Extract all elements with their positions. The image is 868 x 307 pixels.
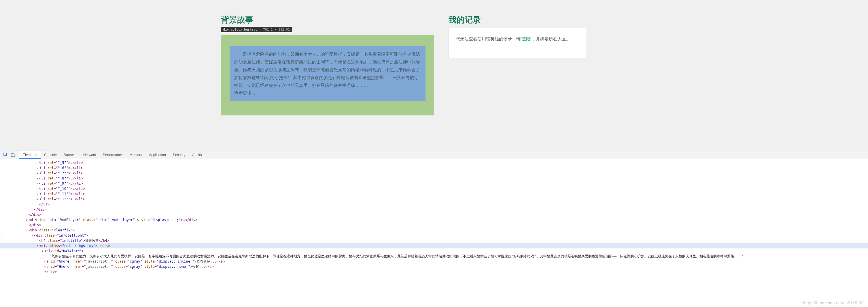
my-record-title: 我的记录: [448, 15, 587, 25]
dom-node-line[interactable]: </div>: [0, 269, 868, 274]
lore-text-block: 既拥有危险夺命的能力，又拥有小大人儿的可爱模样，安妮是一名掌握着深不可测的占火魔…: [229, 46, 426, 101]
login-link[interactable]: [登陆]: [521, 36, 531, 41]
expand-arrow-icon[interactable]: ▸: [36, 196, 39, 202]
bgstory-column: 背景故事 div.colbox.bgstroy 781.2 × 192.62 既…: [221, 15, 434, 115]
expand-arrow-icon[interactable]: ▸: [36, 160, 39, 165]
dom-node-line[interactable]: ▾<div class="infoleftcont">: [0, 233, 868, 238]
expand-arrow-icon[interactable]: ▾: [36, 243, 39, 248]
expand-arrow-icon[interactable]: ▸: [36, 176, 39, 181]
tab-security[interactable]: Security: [169, 151, 189, 159]
expand-arrow-icon[interactable]: ▸: [36, 181, 39, 186]
dom-node-line[interactable]: ▸<li rel=""_9"">…</li>: [0, 181, 868, 186]
record-text: 您无法查看使用该英雄的记录，请[登陆]，并绑定所在大区。: [456, 35, 580, 43]
bgstory-title: 背景故事: [221, 15, 434, 25]
page-viewport: 背景故事 div.colbox.bgstroy 781.2 × 192.62 既…: [0, 0, 868, 150]
tab-performance[interactable]: Performance: [99, 151, 126, 159]
tab-network[interactable]: Network: [80, 151, 99, 159]
expand-arrow-icon[interactable]: ▾: [26, 228, 29, 233]
expand-arrow-icon[interactable]: ▸: [36, 165, 39, 170]
expand-arrow-icon[interactable]: ▾: [41, 248, 44, 254]
tab-elements[interactable]: Elements: [19, 151, 41, 159]
tab-application[interactable]: Application: [146, 151, 169, 159]
expand-arrow-icon[interactable]: ▸: [26, 217, 29, 222]
devtools-tabbar: Elements Console Sources Network Perform…: [0, 151, 868, 159]
element-inspector-tooltip: div.colbox.bgstroy 781.2 × 192.62: [221, 27, 292, 32]
expand-arrow-icon[interactable]: ▸: [36, 186, 39, 191]
device-toolbar-icon[interactable]: [9, 151, 17, 159]
dom-node-line[interactable]: ▾<div class="clearfix">: [0, 228, 868, 233]
see-more-link[interactable]: 查看更多...: [234, 89, 255, 97]
tab-sources[interactable]: Sources: [60, 151, 80, 159]
dom-node-line[interactable]: ▸<li rel=""_8"">…</li>: [0, 176, 868, 181]
dom-node-line[interactable]: </div>: [0, 222, 868, 228]
separator: [18, 152, 18, 158]
tooltip-dimensions: 781.2 × 192.62: [261, 28, 290, 31]
inspect-element-icon[interactable]: [2, 151, 9, 159]
dom-node-line[interactable]: <h4 class="infotitle">背景故事</h4>: [0, 238, 868, 243]
elements-tree[interactable]: ▸<li rel=""_5"">…</li>▸<li rel=""_6"">…<…: [0, 159, 868, 277]
dom-node-line[interactable]: <a id="Gmore" href="javascript:;" class=…: [0, 259, 868, 264]
expand-arrow-icon[interactable]: ▸: [36, 191, 39, 196]
tab-audits[interactable]: Audits: [189, 151, 205, 159]
dom-node-line[interactable]: <a id="Hmore" href="javascript:;" class=…: [0, 264, 868, 269]
my-record-column: 我的记录 您无法查看使用该英雄的记录，请[登陆]，并绑定所在大区。: [448, 15, 587, 115]
dom-node-line[interactable]: ▾<div id="DATAlore">: [0, 248, 868, 254]
devtools-panel: Elements Console Sources Network Perform…: [0, 150, 868, 277]
dom-node-line[interactable]: ▸<li rel=""_7"">…</li>: [0, 170, 868, 176]
gutter-ellipsis-icon: ⋯: [1, 235, 2, 240]
dom-node-line[interactable]: ▸<li rel=""_11"">…</li>: [0, 191, 868, 196]
dom-node-line[interactable]: ▾<div class="colbox bgstroy"> == $0: [0, 243, 868, 248]
record-box: 您无法查看使用该英雄的记录，请[登陆]，并绑定所在大区。: [448, 28, 587, 58]
dom-node-line[interactable]: </ul>: [0, 202, 868, 207]
tooltip-selector: div.colbox.bgstroy: [223, 28, 257, 31]
dom-node-line[interactable]: </div>: [0, 212, 868, 217]
expand-arrow-icon[interactable]: ▾: [31, 233, 34, 238]
dom-node-line[interactable]: ▸<li rel=""_6"">…</li>: [0, 165, 868, 170]
dom-node-line[interactable]: </div>: [0, 207, 868, 212]
dom-node-line[interactable]: ▸<li rel=""_10"">…</li>: [0, 186, 868, 191]
dom-text-node[interactable]: "既拥有危险夺命的能力，又拥有小大人儿的可爱模样，安妮是一名掌握着深不可测的占火…: [0, 254, 868, 259]
svg-rect-2: [13, 154, 15, 157]
bgstory-box: 既拥有危险夺命的能力，又拥有小大人儿的可爱模样，安妮是一名掌握着深不可测的占火魔…: [221, 35, 434, 115]
tab-console[interactable]: Console: [41, 151, 60, 159]
expand-arrow-icon[interactable]: ▸: [36, 170, 39, 176]
tab-memory[interactable]: Memory: [126, 151, 146, 159]
lore-text: 既拥有危险夺命的能力，又拥有小大人儿的可爱模样，安妮是一名掌握着深不可测的占火魔…: [234, 52, 420, 88]
dom-node-line[interactable]: ▸<li rel=""_12"">…</li>: [0, 196, 868, 202]
dom-node-line[interactable]: ▸<li rel=""_5"">…</li>: [0, 160, 868, 165]
dom-node-line[interactable]: ▸<div id="defailVodPlayer" class="defail…: [0, 217, 868, 222]
